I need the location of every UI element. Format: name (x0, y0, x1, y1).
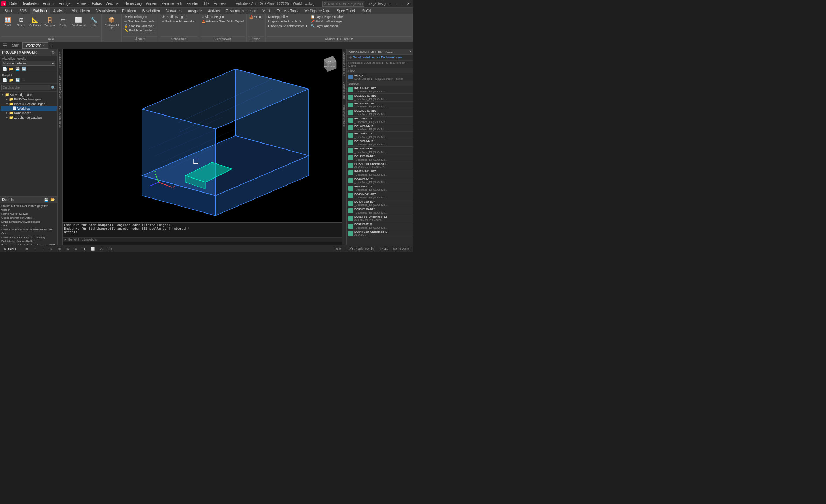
menu-file[interactable]: Datei (8, 1, 19, 6)
menu-window[interactable]: Fenster (184, 1, 200, 6)
ribbon-btn-leiter[interactable]: 🔧 Leiter (88, 15, 100, 28)
details-save-btn[interactable]: 💾 (43, 197, 49, 202)
rp-support-item-13[interactable]: BG45 F80-1/2" _Undefined_ET (SuCri Mo... (347, 184, 413, 192)
ribbon-tab-start[interactable]: Start (1, 8, 15, 14)
command-input[interactable] (68, 238, 340, 241)
rp-support-item-15[interactable]: BG49 F100-1/2" _Undefined_ET (SuCri Mo..… (347, 200, 413, 208)
ribbon-tab-einfuegen[interactable]: Einfügen (119, 8, 139, 14)
rp-support-item-0[interactable]: BG11 MS41-1/2" _Undefined_ET (SuCri Mo..… (347, 86, 413, 94)
search-input[interactable] (1, 85, 50, 90)
sb-ortho-btn[interactable]: ┐ (40, 246, 46, 251)
details-open-btn[interactable]: 📂 (50, 197, 55, 202)
tree-item-plant3d[interactable]: ▼ 📁 Plant 3D-Zeichnungen (1, 102, 57, 106)
strip-quelldateien[interactable]: Quelldateien (58, 49, 62, 70)
tree-item-workflow[interactable]: 📄 Workflow (1, 106, 57, 111)
menu-edit[interactable]: Bearbeiten (20, 1, 40, 6)
ribbon-tab-zusammen[interactable]: Zusammenarbeiten (223, 8, 259, 14)
ribbon-btn-profil[interactable]: 🪟 Profil (1, 15, 14, 28)
rp-add-btn[interactable]: ➕ Benutzerdefiniertes Teil hinzufügen (347, 55, 413, 61)
proj-dots-btn[interactable]: … (21, 78, 26, 82)
rp-support-item-12[interactable]: BG44 F80-1/2" _Undefined_ET (SuCri Mo... (347, 177, 413, 185)
proj-new-btn[interactable]: 📄 (2, 78, 8, 82)
menu-param[interactable]: Parametrisch (160, 1, 184, 6)
ribbon-btn-profilmodell[interactable]: 📦 Profilmodell ▼ (103, 15, 120, 31)
rp-support-item-19[interactable]: BG54 F100_Undefined_ET (SuCri Mo... (347, 230, 413, 238)
pm-settings-btn[interactable]: ⚙ (51, 50, 55, 55)
sb-date-btn[interactable]: 03.01.2025 (392, 246, 411, 251)
strip-iso[interactable]: Isometrische DWG (58, 102, 62, 131)
sb-anno2-btn[interactable]: 1:1 (106, 246, 114, 251)
menu-help[interactable]: Hilfe (201, 1, 211, 6)
rp-support-item-8[interactable]: BG16 F100-1/2" _Undefined_ET (SuCri Mo..… (347, 147, 413, 154)
ribbon-btn-export[interactable]: 📤 Export (248, 15, 264, 19)
sb-anno-btn[interactable]: A (99, 246, 104, 251)
close-btn[interactable]: ✕ (405, 1, 412, 7)
rp-support-item-18[interactable]: BG52 F80/100 _Undefined_ET (SuCri Mo... (347, 222, 413, 230)
rp-support-item-14[interactable]: BG48 MS41-1/2" _Undefined_ET (SuCri Mo..… (347, 192, 413, 200)
maximize-btn[interactable]: □ (399, 1, 405, 7)
ribbon-dropdown-konzeptuell[interactable]: Konzeptuell ▼ (267, 15, 309, 19)
ribbon-tab-stahlbau[interactable]: Stahlbau (30, 8, 50, 14)
tab-workflow[interactable]: Workflow* ✕ (22, 42, 48, 49)
ribbon-btn-profil-anzeigen[interactable]: 👁 Profil anzeigen (161, 15, 197, 19)
search-btn[interactable]: 🔍 (50, 85, 56, 90)
sb-snap-btn[interactable]: ⊹ (32, 246, 38, 251)
menu-extras[interactable]: Extras (90, 1, 104, 6)
rp-close-btn[interactable]: ✕ (409, 50, 412, 54)
pm-new-btn[interactable]: 📄 (2, 66, 8, 71)
ribbon-btn-treppen[interactable]: 🪜 Treppen (43, 15, 56, 28)
ribbon-tab-modellieren[interactable]: Modellieren (69, 8, 93, 14)
sb-temp-btn[interactable]: 2°C Stark bewölkt (348, 246, 376, 251)
ribbon-tab-ausgabe[interactable]: Ausgabe (185, 8, 205, 14)
sb-grid-btn[interactable]: ⊞ (23, 246, 30, 251)
menu-insert[interactable]: Einfügen (57, 1, 74, 6)
ribbon-tab-speccheck[interactable]: Spec Check (334, 8, 359, 14)
ribbon-btn-fundament[interactable]: ⬜ Fundament (70, 15, 87, 28)
menu-view[interactable]: Ansicht (41, 1, 56, 6)
ribbon-tab-analyse[interactable]: Analyse (50, 8, 69, 14)
sb-transparency-btn[interactable]: ◑ (81, 246, 87, 251)
sb-selection-btn[interactable]: ⬜ (89, 246, 97, 251)
ribbon-btn-advance-xml[interactable]: 📤 Advance Steel XML-Export (201, 19, 245, 23)
rp-support-item-1[interactable]: BG11 MS41-M10 _Undefined_ET (SuCri Mo... (347, 94, 413, 102)
ribbon-tab-visualisieren[interactable]: Visualisieren (93, 8, 119, 14)
ribbon-btn-stahlbau-bearbeiten[interactable]: ✏ Stahlbau bearbeiten (123, 19, 157, 23)
ribbon-btn-alle-anzeigen[interactable]: ◎ Alle anzeigen (201, 15, 245, 19)
rp-support-item-4[interactable]: BG14 F80-1/2" _Undefined_ET (SuCri Mo... (347, 117, 413, 124)
sb-zoom-btn[interactable]: 95% (333, 246, 343, 251)
rstrip-befehl[interactable]: Befehlspalette (342, 79, 346, 102)
strip-ortho[interactable]: Orthografische DWG (58, 70, 62, 102)
sb-polar-btn[interactable]: ⊕ (48, 246, 54, 251)
rp-support-item-2[interactable]: BG13 MS41-1/2" _Undefined_ET (SuCri Mo..… (347, 102, 413, 109)
menu-format[interactable]: Format (75, 1, 90, 6)
ribbon-btn-layer-anpassen[interactable]: 🔧 Layer anpassen (310, 24, 345, 28)
ribbon-tab-vault[interactable]: Vault (259, 8, 273, 14)
minimize-btn[interactable]: – (393, 1, 399, 7)
pm-save-btn[interactable]: 💾 (15, 66, 20, 71)
ribbon-btn-raster[interactable]: ⊞ Raster (15, 15, 27, 28)
tree-item-pid[interactable]: ▶ 📁 P&ID-Zeichnungen (1, 97, 57, 102)
rp-support-item-17[interactable]: BG51 F80_Undefined_ET (SuCri Module 1 – … (347, 215, 413, 223)
ribbon-tab-sucri[interactable]: SuCri (359, 8, 374, 14)
hamburger-menu[interactable]: ☰ (1, 43, 9, 48)
current-project-dropdown[interactable]: Knowledgebase ▾ (2, 61, 55, 66)
ribbon-btn-stahlbau-aufloesen[interactable]: 🔓 Stahlbau auflösen (123, 24, 157, 28)
rp-support-item-7[interactable]: BG15 F80-M10 _Undefined_ET (SuCri Mo... (347, 139, 413, 147)
ribbon-btn-profillinien[interactable]: 📏 Profillinien ändern (123, 28, 157, 33)
ribbon-tab-verwalten[interactable]: Verwalten (163, 8, 185, 14)
sb-otrack-btn[interactable]: ⊗ (65, 246, 71, 251)
sb-time-btn[interactable]: 13:43 (378, 246, 390, 251)
sb-osnap-btn[interactable]: ◎ (56, 246, 63, 251)
ribbon-dropdown-ungesichert[interactable]: Ungesicherte Ansicht ▼ (267, 19, 309, 23)
menu-draw[interactable]: Zeichnen (104, 1, 122, 6)
tree-item-zugehoerige[interactable]: ▶ 📁 Zugehörige Dateien (1, 115, 57, 120)
ribbon-btn-als-aktuell[interactable]: 📌 Als aktuell festlegen (310, 19, 345, 23)
ribbon-tab-apps[interactable]: Verfügbare Apps (301, 8, 334, 14)
rp-pipe-item[interactable]: Pipe_PL SuCri Module 1 – Sikla Extension… (347, 74, 413, 81)
tab-new-btn[interactable]: + (48, 43, 54, 48)
ribbon-btn-gelaender[interactable]: 📐 Geländer (28, 15, 42, 28)
proj-refresh-btn[interactable]: 🔄 (15, 78, 20, 82)
menu-express[interactable]: Express (212, 1, 228, 6)
tab-workflow-close[interactable]: ✕ (42, 44, 45, 47)
ribbon-btn-platte[interactable]: ▭ Platte (57, 15, 69, 28)
